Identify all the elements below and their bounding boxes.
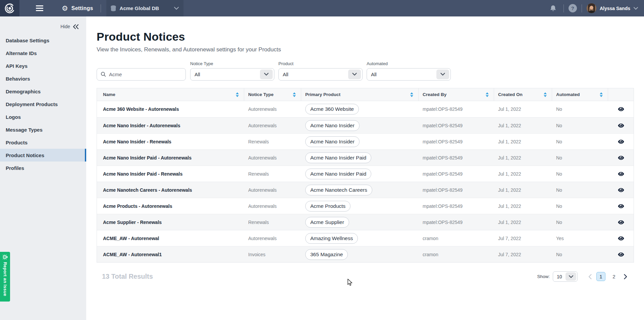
page-button-1[interactable]: 1: [596, 272, 605, 281]
sidebar-item-profiles[interactable]: Profiles: [0, 162, 86, 174]
view-details-button[interactable]: [615, 136, 627, 148]
product-notices-table: NameNotice TypePrimary ProductCreated By…: [97, 88, 634, 263]
row-created-by: mpatel:OPS-82549: [419, 134, 494, 149]
sidebar-item-label: Profiles: [6, 165, 24, 171]
menu-icon[interactable]: [31, 0, 48, 16]
row-name: Acme Products - Autorenewals: [97, 198, 244, 214]
hide-sidebar-button[interactable]: Hide: [0, 16, 86, 34]
chevron-down-icon[interactable]: [634, 7, 638, 10]
table-row: Acme Supplier - RenewalsRenewalsAcme Sup…: [97, 214, 634, 230]
view-details-button[interactable]: [615, 152, 627, 164]
search-input[interactable]: [97, 68, 186, 81]
row-actions: [608, 150, 634, 166]
column-header-name[interactable]: Name: [97, 88, 244, 101]
row-created-by: mpatel:OPS-82549: [419, 198, 494, 214]
row-primary-product-cell: Acme 360 Website: [301, 101, 419, 117]
column-header-automated[interactable]: Automated: [552, 88, 608, 101]
logo-icon: [4, 3, 15, 14]
sidebar-item-behaviors[interactable]: Behaviors: [0, 72, 86, 85]
row-name: Acme Nano Insider - Autorenewals: [97, 118, 244, 133]
row-actions: [608, 214, 634, 230]
column-header-created-on[interactable]: Created On: [494, 88, 552, 101]
chevron-down-icon: [348, 70, 361, 79]
page-size-select[interactable]: 10: [553, 271, 578, 282]
eye-icon: [618, 188, 624, 192]
row-notice-type: Invoices: [244, 246, 301, 262]
table-row: Acme 360 Website - AutorenewalsAutorenew…: [97, 101, 634, 117]
view-details-button[interactable]: [615, 248, 627, 261]
sidebar-item-alternate-ids[interactable]: Alternate IDs: [0, 47, 86, 59]
row-name: ACME_AW - Autorenewal1: [97, 246, 244, 262]
avatar[interactable]: [587, 3, 596, 13]
sidebar-item-products[interactable]: Products: [0, 136, 86, 149]
eye-icon: [618, 107, 624, 111]
row-primary-product-cell: Acme Products: [301, 198, 419, 214]
previous-page-button[interactable]: [588, 274, 592, 279]
database-selector[interactable]: Acme Global DB: [106, 0, 183, 16]
show-label: Show:: [537, 274, 550, 279]
sidebar-item-label: API Keys: [6, 63, 28, 69]
row-automated: No: [552, 246, 608, 262]
sidebar-item-logos[interactable]: Logos: [0, 110, 86, 123]
view-details-button[interactable]: [615, 216, 627, 228]
column-label: Created By: [423, 92, 446, 97]
sort-icon[interactable]: [235, 92, 239, 97]
view-details-button[interactable]: [615, 232, 627, 244]
sort-icon[interactable]: [543, 92, 547, 97]
select-value: All: [195, 72, 200, 77]
avatar-image: [587, 3, 596, 13]
row-automated: Yes: [552, 230, 608, 246]
row-primary-product-cell: 365 Magazine: [301, 246, 419, 262]
topbar: ⚙ Settings Acme Global DB ?: [0, 0, 644, 16]
page-size-value: 10: [557, 274, 562, 279]
hide-label: Hide: [60, 24, 70, 29]
sort-icon[interactable]: [292, 92, 296, 97]
notifications-button[interactable]: [547, 3, 559, 14]
row-automated: No: [552, 182, 608, 198]
row-primary-product-cell: Acme Nano Insider Paid: [301, 150, 419, 166]
sidebar-item-api-keys[interactable]: API Keys: [0, 59, 86, 72]
view-details-button[interactable]: [615, 184, 627, 196]
topbar-divider: [582, 4, 582, 12]
sidebar-nav: Database SettingsAlternate IDsAPI KeysBe…: [0, 34, 86, 174]
app-logo[interactable]: [0, 0, 19, 16]
notice-type-select[interactable]: All: [190, 68, 274, 81]
sort-icon[interactable]: [485, 92, 489, 97]
sort-icon[interactable]: [410, 92, 414, 97]
automated-select[interactable]: All: [367, 68, 451, 81]
sidebar-item-demographics[interactable]: Demographics: [0, 85, 86, 98]
help-button[interactable]: ?: [569, 4, 577, 12]
chevron-left-icon: [588, 274, 592, 279]
next-page-button[interactable]: [624, 274, 627, 279]
sidebar: Hide Database SettingsAlternate IDsAPI K…: [0, 16, 86, 320]
row-notice-type: Autorenewals: [244, 198, 301, 214]
eye-icon: [618, 220, 624, 225]
column-header-notice-type[interactable]: Notice Type: [244, 88, 301, 101]
eye-icon: [618, 204, 624, 209]
view-details-button[interactable]: [615, 120, 627, 132]
page-button-2[interactable]: 2: [609, 272, 619, 281]
sidebar-item-deployment-products[interactable]: Deployment Products: [0, 98, 86, 110]
view-details-button[interactable]: [615, 168, 627, 180]
settings-nav[interactable]: ⚙ Settings: [62, 5, 93, 12]
view-details-button[interactable]: [615, 200, 627, 212]
column-header-primary-product[interactable]: Primary Product: [301, 88, 419, 101]
row-created-on: Jul 1, 2022: [494, 150, 552, 166]
column-header-created-by[interactable]: Created By: [419, 88, 494, 101]
view-details-button[interactable]: [615, 103, 627, 115]
topbar-divider: [101, 4, 101, 12]
row-name: Acme Nanotech Careers - Autorenewals: [97, 182, 244, 198]
row-created-by: mpatel:OPS-82549: [419, 150, 494, 166]
column-label: Automated: [556, 92, 580, 97]
sort-icon[interactable]: [599, 92, 603, 97]
sidebar-item-product-notices[interactable]: Product Notices: [0, 149, 86, 162]
report-issue-tab[interactable]: Report an Issue: [0, 252, 10, 302]
chevron-down-icon: [260, 70, 273, 79]
row-automated: No: [552, 198, 608, 214]
sidebar-item-message-types[interactable]: Message Types: [0, 123, 86, 136]
row-name: ACME_AW - Autorenewal: [97, 230, 244, 246]
eye-icon: [618, 139, 624, 144]
product-select[interactable]: All: [278, 68, 363, 81]
page-subtitle: View the Invoices, Renewals, and Autoren…: [97, 46, 634, 53]
sidebar-item-database-settings[interactable]: Database Settings: [0, 34, 86, 47]
